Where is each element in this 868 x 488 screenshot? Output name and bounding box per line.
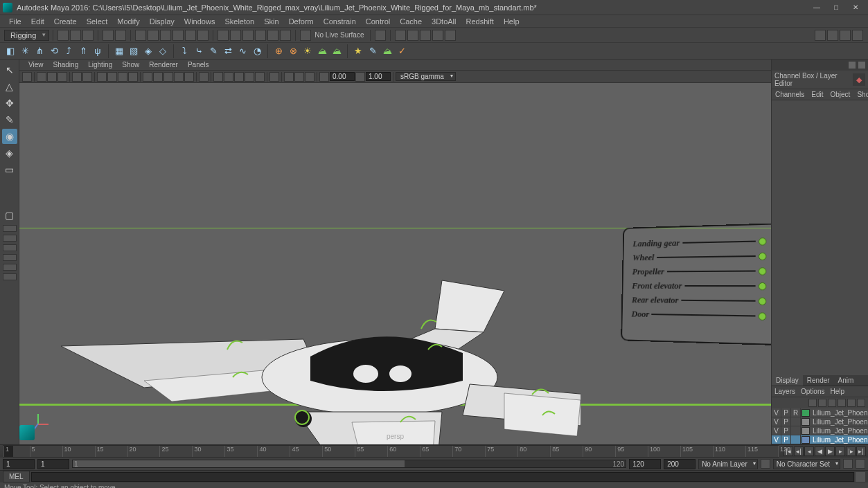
- render-settings-icon[interactable]: [432, 30, 443, 41]
- snap-grid-icon[interactable]: [218, 30, 229, 41]
- layer-row[interactable]: VPLilium_Jet_Phoenix_Wh: [772, 435, 868, 444]
- layer-ic-3[interactable]: [828, 399, 836, 407]
- range-end-field[interactable]: 120: [629, 459, 661, 469]
- panel-collapse-icon[interactable]: [849, 62, 856, 69]
- play-fwd-button[interactable]: ▶: [825, 446, 835, 456]
- menu-file[interactable]: File: [4, 16, 26, 27]
- view-menu-show[interactable]: Show: [117, 60, 144, 69]
- undo-icon[interactable]: [103, 30, 114, 41]
- menu-modify[interactable]: Modify: [112, 16, 144, 27]
- layer-tab-render[interactable]: Render: [803, 375, 834, 386]
- history-on-icon[interactable]: [375, 30, 386, 41]
- layout-preset-3[interactable]: [3, 244, 17, 251]
- vt-exposure-icon[interactable]: [284, 72, 294, 82]
- layer-ic-2[interactable]: [818, 399, 826, 407]
- step-back-button[interactable]: ◂: [804, 446, 814, 456]
- time-slider[interactable]: 1510152025303540455055606570758085909510…: [0, 445, 868, 458]
- vt-view-transform-icon[interactable]: [305, 72, 315, 82]
- vt-grid-icon[interactable]: [97, 72, 107, 82]
- layer-row[interactable]: VPRLilium_Jet_Phoenix_Whit: [772, 408, 868, 417]
- paint-tool-icon[interactable]: ✎: [2, 112, 17, 127]
- color-management-dropdown[interactable]: sRGB gamma: [396, 72, 456, 81]
- move-tool-icon[interactable]: ✥: [2, 96, 17, 111]
- channel-tab-edit[interactable]: Edit: [808, 89, 826, 100]
- menu-windows[interactable]: Windows: [179, 16, 220, 27]
- menu-display[interactable]: Display: [145, 16, 179, 27]
- layer-row[interactable]: VPLilium_Jet_Phoenix_Wh: [772, 426, 868, 435]
- paint-select-icon[interactable]: [160, 30, 171, 41]
- open-scene-icon[interactable]: [70, 30, 81, 41]
- vt-gamma-icon[interactable]: [294, 72, 304, 82]
- axis-cube-icon[interactable]: ◆: [853, 73, 865, 86]
- panel-layout-3-icon[interactable]: [840, 30, 851, 41]
- viewport-3d[interactable]: Landing gearWheelPropellerFront elevator…: [19, 83, 771, 444]
- interactive-bind-icon[interactable]: ∿: [236, 45, 249, 57]
- cluster2-icon[interactable]: ◇: [157, 45, 169, 57]
- range-in-field[interactable]: 1: [37, 459, 69, 469]
- rig-control-panel[interactable]: Landing gearWheelPropellerFront elevator…: [621, 223, 771, 345]
- select-tool-icon[interactable]: ↖: [2, 62, 17, 78]
- anim-layer-icon[interactable]: [761, 459, 770, 469]
- layer-menu-help[interactable]: Help: [830, 388, 844, 395]
- panel-layout-4-icon[interactable]: [852, 30, 863, 41]
- lattice-icon[interactable]: ▦: [113, 45, 125, 57]
- bind-skin-icon[interactable]: ⤵: [178, 45, 191, 57]
- rig-slider-propeller[interactable]: Propeller: [632, 265, 767, 277]
- maya-home-icon[interactable]: [19, 425, 35, 440]
- vt-isolate-icon[interactable]: [199, 72, 209, 82]
- menu-constrain[interactable]: Constrain: [319, 16, 361, 27]
- panel-layout-1-icon[interactable]: [815, 30, 826, 41]
- hik-icon[interactable]: ★: [352, 45, 364, 57]
- menu-3dtoall[interactable]: 3DtoAll: [427, 16, 461, 27]
- play-back-button[interactable]: ◀: [815, 446, 824, 456]
- snap-curve-icon[interactable]: [230, 30, 241, 41]
- character-set-dropdown[interactable]: No Character Set: [773, 459, 840, 469]
- vt-camera-icon[interactable]: [37, 72, 46, 82]
- select-mode-icon[interactable]: [135, 30, 146, 41]
- vt-hq-icon[interactable]: [269, 72, 279, 82]
- vt-2d-pan-icon[interactable]: [72, 72, 82, 82]
- range-start-field[interactable]: 1: [3, 459, 35, 469]
- vt-xray-joint-icon[interactable]: [224, 72, 233, 82]
- vt-image-plane-icon[interactable]: [57, 72, 67, 82]
- channel-tab-show[interactable]: Show: [853, 89, 868, 100]
- paint-weights-icon[interactable]: ✎: [207, 45, 220, 57]
- channel-tab-object[interactable]: Object: [827, 89, 854, 100]
- vt-wireframe-icon[interactable]: [143, 72, 152, 82]
- layout-preset-5[interactable]: [3, 264, 17, 271]
- live-surface-icon[interactable]: [300, 30, 311, 41]
- vt-texture-icon[interactable]: [163, 72, 173, 82]
- joint-tool-icon[interactable]: ✳: [19, 45, 31, 57]
- sel-mask-2-icon[interactable]: [185, 30, 196, 41]
- vt-shaded-icon[interactable]: [153, 72, 163, 82]
- rig-slider-door[interactable]: Door: [631, 309, 766, 322]
- render-view-icon[interactable]: [420, 30, 431, 41]
- range-slider[interactable]: 1 120: [72, 460, 626, 468]
- constraint-orient-icon[interactable]: ☀: [301, 45, 314, 57]
- shelf-menu-icon[interactable]: ◧: [4, 45, 17, 57]
- redo-icon[interactable]: [115, 30, 126, 41]
- ipr-render-icon[interactable]: [407, 30, 418, 41]
- lasso-tool-icon[interactable]: △: [2, 79, 17, 94]
- rig-slider-rear-elevator[interactable]: Rear elevator: [632, 294, 766, 307]
- snap-surface-icon[interactable]: [267, 30, 278, 41]
- save-scene-icon[interactable]: [82, 30, 94, 41]
- minimize-button[interactable]: —: [807, 1, 826, 14]
- vt-xray-icon[interactable]: [213, 72, 223, 82]
- layer-tab-anim[interactable]: Anim: [834, 375, 858, 386]
- snap-view-icon[interactable]: [280, 30, 291, 41]
- step-fwd-key-button[interactable]: |▸: [846, 446, 856, 456]
- scale-tool-icon[interactable]: ◈: [2, 145, 17, 161]
- joint-insert-icon[interactable]: ⋔: [33, 45, 46, 57]
- layout-preset-4[interactable]: [3, 254, 17, 261]
- orient-joint-icon[interactable]: ⤴: [62, 45, 75, 57]
- layer-ic-5[interactable]: [847, 399, 856, 407]
- detach-skin-icon[interactable]: ⤷: [193, 45, 205, 57]
- vt-aa-icon[interactable]: [255, 72, 265, 82]
- layer-row[interactable]: VPLilium_Jet_Phoenix_Wh: [772, 417, 868, 426]
- view-menu-panels[interactable]: Panels: [183, 60, 214, 69]
- vt-bookmark-icon[interactable]: [47, 72, 57, 82]
- menu-control[interactable]: Control: [361, 16, 395, 27]
- blend-shape-icon[interactable]: ◔: [251, 45, 263, 57]
- single-pane-icon[interactable]: ▢: [2, 208, 17, 223]
